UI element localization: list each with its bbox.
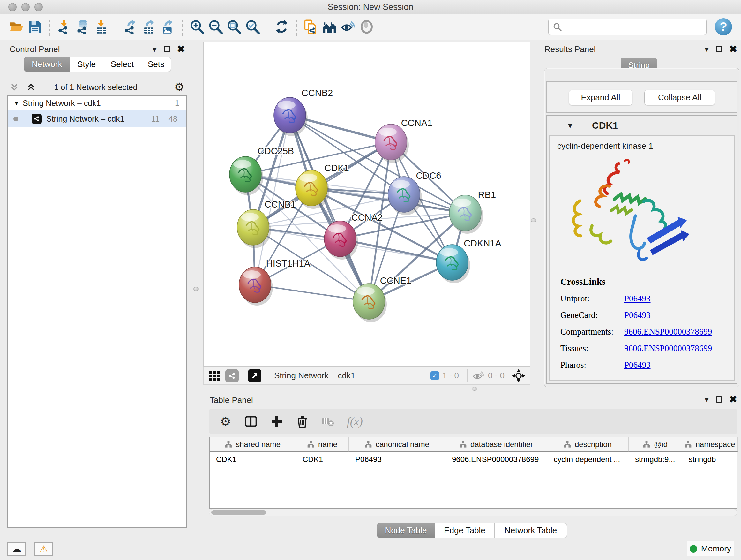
collapse-all-button[interactable]: Collapse All xyxy=(644,90,715,105)
table-options-gear-icon[interactable]: ⚙ xyxy=(220,414,231,429)
panel-maximize-button[interactable] xyxy=(716,46,722,52)
panel-float-button[interactable]: ▾ xyxy=(704,45,709,53)
selected-counts: 1 - 0 xyxy=(442,371,459,381)
node-HIST1H1A[interactable]: HIST1H1A xyxy=(239,258,311,306)
cell-name[interactable]: CDK1 xyxy=(296,452,349,466)
tab-network-table[interactable]: Network Table xyxy=(494,523,567,538)
tab-network[interactable]: Network xyxy=(24,57,70,72)
clone-network-button[interactable] xyxy=(302,17,320,36)
network-row[interactable]: String Network – cdk1 11 48 xyxy=(8,111,186,127)
network-options-gear-icon[interactable]: ⚙ xyxy=(174,80,185,94)
hide-glass-button[interactable] xyxy=(339,17,357,36)
zoom-in-button[interactable] xyxy=(188,17,206,36)
column-header-canonical-name[interactable]: canonical name xyxy=(349,437,446,452)
node-CDKN1A[interactable]: CDKN1A xyxy=(436,238,501,283)
show-columns-icon[interactable] xyxy=(244,415,258,428)
crosslink-link[interactable]: P06493 xyxy=(624,360,651,370)
cell-description[interactable]: cyclin-dependent ... xyxy=(547,452,629,466)
refresh-view-button[interactable] xyxy=(273,17,291,36)
panel-float-button[interactable]: ▾ xyxy=(704,395,709,403)
collection-expand-caret[interactable]: ▾ xyxy=(15,99,18,107)
column-header-description[interactable]: description xyxy=(547,437,629,452)
crosslink-link[interactable]: 9606.ENSP00000378699 xyxy=(624,327,712,337)
zoom-out-button[interactable] xyxy=(206,17,225,36)
entry-collapse-caret[interactable]: ▾ xyxy=(568,121,572,130)
crosslink-link[interactable]: P06493 xyxy=(624,310,651,320)
search-input[interactable] xyxy=(548,18,706,35)
cell-namespace[interactable]: stringdb xyxy=(682,452,738,466)
horizontal-splitter-handle[interactable] xyxy=(472,387,477,391)
delete-table-icon[interactable] xyxy=(321,415,334,428)
node-CCNB1[interactable]: CCNB1 xyxy=(237,199,296,248)
birdseye-grid-icon[interactable] xyxy=(209,369,221,382)
column-label: shared name xyxy=(236,440,280,449)
zoom-fit-button[interactable] xyxy=(225,17,243,36)
zoom-selected-button[interactable] xyxy=(243,17,262,36)
node-CCNB2[interactable]: CCNB2 xyxy=(274,88,333,136)
panel-close-button[interactable]: ✖ xyxy=(729,44,737,54)
automation-status-button[interactable]: ☁ xyxy=(7,542,26,556)
import-network-database-button[interactable] xyxy=(73,17,92,36)
export-network-button[interactable] xyxy=(121,17,140,36)
warnings-button[interactable]: ⚠ xyxy=(35,542,53,556)
node-CCNA1[interactable]: CCNA1 xyxy=(375,118,432,163)
node-CCNE1[interactable]: CCNE1 xyxy=(353,275,411,322)
help-button[interactable]: ? xyxy=(715,18,732,36)
control-panel-title: Control Panel xyxy=(10,44,60,54)
delete-column-icon[interactable] xyxy=(296,415,309,428)
import-network-file-button[interactable] xyxy=(55,17,73,36)
hidden-eye-icon[interactable] xyxy=(472,369,485,382)
panel-close-button[interactable]: ✖ xyxy=(729,395,737,404)
column-header--id[interactable]: @id xyxy=(629,437,682,452)
scrollbar-thumb[interactable] xyxy=(211,510,266,515)
left-splitter-handle[interactable] xyxy=(193,287,199,291)
column-type-icon xyxy=(225,441,232,448)
node-label: CDC25B xyxy=(258,146,294,156)
node-RB1[interactable]: RB1 xyxy=(449,190,496,234)
node-label: CDK1 xyxy=(324,163,349,173)
tab-node-table[interactable]: Node Table xyxy=(377,523,435,538)
show-glass-button[interactable] xyxy=(357,17,376,36)
current-network-dot-icon xyxy=(13,117,18,121)
column-header-name[interactable]: name xyxy=(296,437,349,452)
export-image-button[interactable] xyxy=(158,17,177,36)
tab-style[interactable]: Style xyxy=(70,57,104,72)
node-CDK1[interactable]: CDK1 xyxy=(295,163,349,209)
network-canvas[interactable]: CCNB2CCNA1CDC25BCDK1CDC6RB1CCNB1CCNA2CDK… xyxy=(203,42,530,367)
cell--id[interactable]: stringdb:9... xyxy=(629,452,682,466)
string-style-toggle-button[interactable] xyxy=(225,369,239,382)
cell-shared-name[interactable]: CDK1 xyxy=(210,452,296,466)
cell-canonical-name[interactable]: P06493 xyxy=(349,452,446,466)
memory-button[interactable]: Memory xyxy=(687,541,734,556)
open-in-browser-button[interactable] xyxy=(248,369,261,382)
save-session-button[interactable] xyxy=(25,17,44,36)
table-horizontal-scrollbar[interactable] xyxy=(209,509,737,516)
import-table-button[interactable] xyxy=(92,17,111,36)
panel-float-button[interactable]: ▾ xyxy=(152,45,157,53)
column-header-shared-name[interactable]: shared name xyxy=(210,437,296,452)
column-header-namespace[interactable]: namespace xyxy=(682,437,738,452)
string-home-button[interactable] xyxy=(320,17,339,36)
crosslink-link[interactable]: P06493 xyxy=(624,294,651,304)
panel-close-button[interactable]: ✖ xyxy=(177,44,185,54)
right-splitter-handle[interactable] xyxy=(531,219,536,222)
crosslink-link[interactable]: 9606.ENSP00000378699 xyxy=(624,344,712,354)
tab-sets[interactable]: Sets xyxy=(141,57,171,72)
zoom-in-icon xyxy=(190,19,204,34)
selected-checkbox[interactable]: ✓ xyxy=(430,371,439,380)
expand-all-button[interactable]: Expand All xyxy=(569,90,632,105)
node-CDC25B[interactable]: CDC25B xyxy=(229,146,294,195)
network-collection-row[interactable]: ▾ String Network – cdk1 1 xyxy=(8,96,186,111)
tab-edge-table[interactable]: Edge Table xyxy=(434,523,495,538)
column-header-database-identifier[interactable]: database identifier xyxy=(446,437,547,452)
add-column-icon[interactable] xyxy=(270,415,283,428)
export-table-button[interactable] xyxy=(140,17,158,36)
crosshair-icon[interactable] xyxy=(512,369,526,383)
panel-maximize-button[interactable] xyxy=(164,46,170,52)
node-details-header[interactable]: ▾ CDK1 xyxy=(547,116,737,135)
panel-maximize-button[interactable] xyxy=(716,396,722,402)
tab-select[interactable]: Select xyxy=(103,57,141,72)
cell-database-identifier[interactable]: 9606.ENSP00000378699 xyxy=(446,452,547,466)
open-session-button[interactable] xyxy=(7,17,25,36)
function-builder-button[interactable]: f(x) xyxy=(347,415,363,428)
